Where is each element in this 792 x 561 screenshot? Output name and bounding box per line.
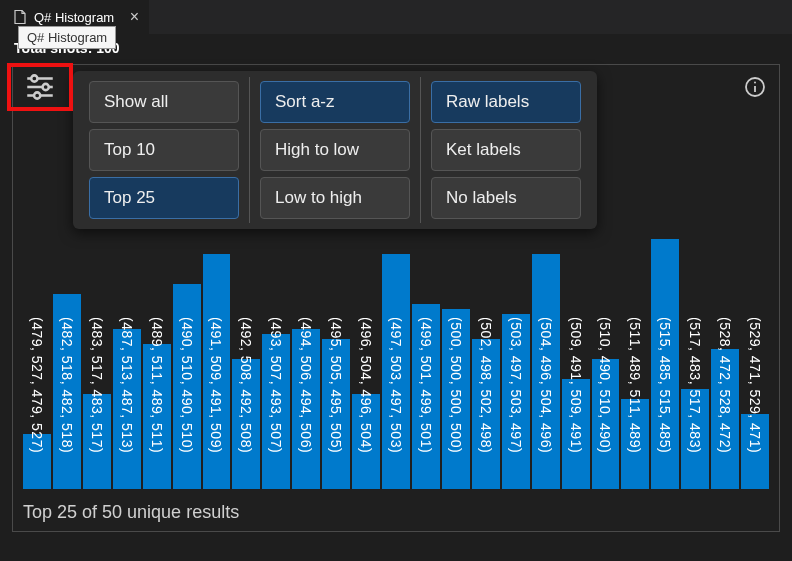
bar[interactable] (532, 254, 560, 489)
sort-option-2[interactable]: Low to high (260, 177, 410, 219)
svg-point-3 (31, 75, 37, 81)
bar[interactable] (292, 329, 320, 489)
bar[interactable] (651, 239, 679, 489)
bar[interactable] (262, 334, 290, 489)
bar[interactable] (711, 349, 739, 489)
close-icon[interactable]: × (130, 8, 139, 26)
bar[interactable] (232, 359, 260, 489)
sort-column: Sort a-zHigh to lowLow to high (249, 77, 420, 223)
file-icon (12, 9, 28, 25)
bar-col: (494, 506, 494, 506) (292, 239, 320, 489)
histogram-panel: Show allTop 10Top 25 Sort a-zHigh to low… (12, 64, 780, 532)
bar-label: (479, 527, 479, 527) (29, 317, 45, 453)
bar-col: (528, 472, 528, 472) (711, 239, 739, 489)
bar[interactable] (322, 339, 350, 489)
bar-col: (529, 471, 529, 471) (741, 239, 769, 489)
bar[interactable] (143, 344, 171, 489)
info-button[interactable] (741, 73, 769, 101)
bar[interactable] (352, 394, 380, 489)
bar-col: (483, 517, 483, 517) (83, 239, 111, 489)
bar-col: (509, 491, 509, 491) (562, 239, 590, 489)
options-panel: Show allTop 10Top 25 Sort a-zHigh to low… (73, 71, 597, 229)
bar[interactable] (83, 394, 111, 489)
tab-bar: Q# Histogram × (0, 0, 792, 34)
filter-column: Show allTop 10Top 25 (79, 77, 249, 223)
bar[interactable] (23, 434, 51, 489)
labels-option-0[interactable]: Raw labels (431, 81, 581, 123)
bar[interactable] (442, 309, 470, 489)
bar-col: (503, 497, 503, 497) (502, 239, 530, 489)
labels-option-1[interactable]: Ket labels (431, 129, 581, 171)
bar-col: (502, 498, 502, 498) (472, 239, 500, 489)
bar-col: (496, 504, 496, 504) (352, 239, 380, 489)
bar-col: (482, 518, 482, 518) (53, 239, 81, 489)
bar[interactable] (382, 254, 410, 489)
bar[interactable] (681, 389, 709, 489)
tooltip: Q# Histogram (18, 26, 116, 49)
bar[interactable] (502, 314, 530, 489)
filter-option-0[interactable]: Show all (89, 81, 239, 123)
footer-summary: Top 25 of 50 unique results (23, 502, 239, 523)
bar-col: (479, 527, 479, 527) (23, 239, 51, 489)
bar-col: (500, 500, 500, 500) (442, 239, 470, 489)
bar[interactable] (53, 294, 81, 489)
bar-col: (497, 503, 497, 503) (382, 239, 410, 489)
bar-col: (495, 505, 495, 505) (322, 239, 350, 489)
labels-option-2[interactable]: No labels (431, 177, 581, 219)
bar[interactable] (741, 414, 769, 489)
bar[interactable] (472, 339, 500, 489)
bar[interactable] (113, 329, 141, 489)
svg-point-8 (754, 82, 756, 84)
filter-option-2[interactable]: Top 25 (89, 177, 239, 219)
bar-col: (490, 510, 490, 510) (173, 239, 201, 489)
settings-button[interactable] (20, 67, 60, 107)
bar[interactable] (412, 304, 440, 489)
bars-area: (479, 527, 479, 527)(482, 518, 482, 518)… (23, 239, 769, 489)
svg-point-5 (34, 92, 40, 98)
total-shots-label: Total shots: 100 (0, 34, 792, 60)
filter-option-1[interactable]: Top 10 (89, 129, 239, 171)
bar-col: (487, 513, 487, 513) (113, 239, 141, 489)
bar-col: (517, 483, 517, 483) (681, 239, 709, 489)
svg-point-4 (43, 84, 49, 90)
tab-title: Q# Histogram (34, 10, 114, 25)
bar-col: (492, 508, 492, 508) (232, 239, 260, 489)
sort-option-0[interactable]: Sort a-z (260, 81, 410, 123)
bar[interactable] (562, 379, 590, 489)
bar-col: (510, 490, 510, 490) (592, 239, 620, 489)
bar-col: (504, 496, 504, 496) (532, 239, 560, 489)
bar-col: (493, 507, 493, 507) (262, 239, 290, 489)
bar[interactable] (203, 254, 231, 489)
bar[interactable] (621, 399, 649, 489)
bar[interactable] (173, 284, 201, 489)
bar-col: (489, 511, 489, 511) (143, 239, 171, 489)
bar-col: (491, 509, 491, 509) (203, 239, 231, 489)
bar-col: (499, 501, 499, 501) (412, 239, 440, 489)
labels-column: Raw labelsKet labelsNo labels (420, 77, 591, 223)
bar-col: (511, 489, 511, 489) (621, 239, 649, 489)
bar-col: (515, 485, 515, 485) (651, 239, 679, 489)
sort-option-1[interactable]: High to low (260, 129, 410, 171)
settings-highlight (7, 63, 73, 111)
bar[interactable] (592, 359, 620, 489)
